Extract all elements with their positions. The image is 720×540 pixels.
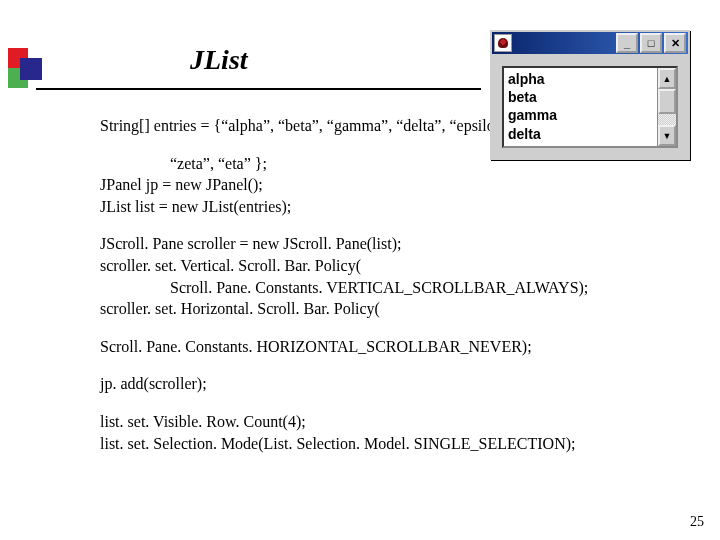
scroll-down-button[interactable]: ▼: [658, 125, 676, 146]
vertical-scrollbar[interactable]: ▲ ▼: [657, 68, 676, 146]
code-line: Scroll. Pane. Constants. HORIZONTAL_SCRO…: [100, 336, 700, 358]
title-underline: [36, 88, 481, 90]
close-button[interactable]: ✕: [664, 33, 686, 53]
list-item[interactable]: delta: [508, 125, 653, 143]
code-line: JList list = new JList(entries);: [100, 196, 700, 218]
slide-title-area: JList: [0, 30, 480, 90]
minimize-button[interactable]: _: [616, 33, 638, 53]
java-cup-icon: [494, 34, 512, 52]
code-line: jp. add(scroller);: [100, 373, 700, 395]
jlist-component[interactable]: alpha beta gamma delta ▲ ▼: [502, 66, 678, 148]
window-titlebar[interactable]: _ □ ✕: [490, 30, 690, 54]
code-line: JPanel jp = new JPanel();: [100, 174, 700, 196]
list-item[interactable]: alpha: [508, 70, 653, 88]
code-line: Scroll. Pane. Constants. VERTICAL_SCROLL…: [100, 277, 700, 299]
maximize-button[interactable]: □: [640, 33, 662, 53]
list-item[interactable]: beta: [508, 88, 653, 106]
logo-blue-square: [20, 58, 42, 80]
scroll-up-button[interactable]: ▲: [658, 68, 676, 89]
java-window: _ □ ✕ alpha beta gamma delta ▲ ▼: [490, 30, 690, 160]
window-body: alpha beta gamma delta ▲ ▼: [490, 54, 690, 160]
code-line: scroller. set. Vertical. Scroll. Bar. Po…: [100, 255, 700, 277]
page-number: 25: [690, 514, 704, 530]
code-block: String[] entries = {“alpha”, “beta”, “ga…: [100, 115, 700, 454]
code-line: list. set. Visible. Row. Count(4);: [100, 411, 700, 433]
code-line: scroller. set. Horizontal. Scroll. Bar. …: [100, 298, 700, 320]
code-line: list. set. Selection. Mode(List. Selecti…: [100, 433, 700, 455]
scroll-thumb[interactable]: [658, 89, 676, 114]
code-line: JScroll. Pane scroller = new JScroll. Pa…: [100, 233, 700, 255]
scroll-track[interactable]: [658, 89, 676, 125]
slide-title: JList: [190, 44, 248, 76]
list-item[interactable]: gamma: [508, 106, 653, 124]
jlist-items[interactable]: alpha beta gamma delta: [504, 68, 657, 146]
